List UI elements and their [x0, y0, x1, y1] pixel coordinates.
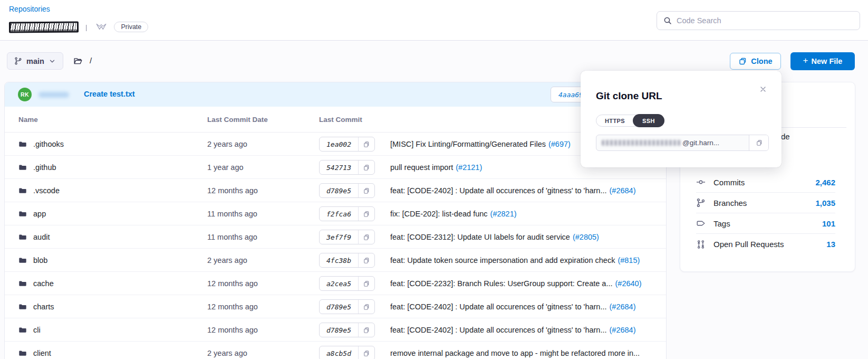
copy-sha-icon[interactable]: [358, 346, 374, 359]
commit-sha[interactable]: d789e5: [320, 323, 358, 337]
commit-sha[interactable]: a2cea5: [320, 277, 358, 290]
file-name[interactable]: cli: [33, 326, 41, 334]
stat-label: Branches: [713, 199, 807, 207]
table-row[interactable]: cli 12 months ago d789e5 feat: [CODE-240…: [5, 318, 666, 342]
stat-value[interactable]: 101: [822, 219, 835, 228]
git-branch-icon: [14, 57, 22, 65]
close-icon[interactable]: [759, 85, 767, 93]
file-name[interactable]: cache: [33, 279, 54, 288]
copy-sha-icon[interactable]: [358, 230, 374, 244]
file-name[interactable]: client: [33, 349, 51, 357]
commit-message: remove internal package and move to app …: [390, 349, 640, 357]
commit-sha-chip: d789e5: [319, 183, 375, 198]
folder-icon: [18, 186, 27, 195]
file-browser-card: RK Create test.txt 4aaa69 Name Last Comm…: [4, 82, 667, 359]
copy-sha-icon[interactable]: [358, 184, 374, 197]
pr-link[interactable]: (#815): [618, 256, 640, 264]
clone-url-suffix: @git.harn...: [682, 139, 719, 147]
commit-sha[interactable]: 3ef7f9: [320, 230, 358, 244]
pr-link[interactable]: (#2805): [573, 233, 599, 241]
stat-value[interactable]: 2,462: [815, 178, 835, 187]
repo-stat-row[interactable]: Open Pull Requests 13: [696, 234, 835, 254]
commit-message: feat: [CODE-2402] : Update all occurence…: [390, 326, 635, 334]
commit-message-text: feat: [CODE-2402] : Update all occurence…: [390, 186, 607, 195]
clone-button[interactable]: Clone: [730, 53, 781, 70]
table-row[interactable]: .github 1 year ago 542713 pull request i…: [5, 156, 666, 179]
commit-message: feat: [CODE-2402] : Update all occurence…: [390, 186, 635, 195]
file-table-header: Name Last Commit Date Last Commit: [5, 107, 666, 133]
commit-sha-chip: 542713: [319, 160, 375, 175]
copy-sha-icon[interactable]: [358, 207, 374, 221]
stat-label: Open Pull Requests: [713, 240, 818, 249]
stat-value[interactable]: 13: [826, 240, 835, 249]
copy-sha-icon[interactable]: [358, 277, 374, 290]
clone-url-field[interactable]: @git.harn...: [596, 135, 769, 151]
clone-icon: [738, 57, 747, 65]
path-root[interactable]: /: [90, 56, 92, 65]
stat-label: Tags: [713, 219, 814, 228]
table-row[interactable]: .githooks 2 years ago 1ea002 [MISC] Fix …: [5, 133, 666, 156]
table-row[interactable]: cache 12 months ago a2cea5 feat: [CODE-2…: [5, 272, 666, 295]
file-name[interactable]: audit: [33, 233, 50, 241]
folder-icon: [18, 140, 27, 148]
repo-name-redacted: [9, 21, 79, 33]
copy-sha-icon[interactable]: [358, 160, 374, 174]
table-row[interactable]: app 11 months ago f2fca6 fix: [CDE-202]:…: [5, 202, 666, 225]
last-commit-date: 1 year ago: [207, 163, 244, 172]
pr-link[interactable]: (#2684): [610, 186, 636, 195]
copy-url-icon[interactable]: [749, 135, 768, 150]
copy-sha-icon[interactable]: [358, 323, 374, 337]
pr-link[interactable]: (#2640): [615, 279, 642, 288]
file-name[interactable]: app: [33, 210, 46, 218]
toggle-option-ssh[interactable]: SSH: [633, 114, 664, 127]
commit-sha[interactable]: 542713: [320, 160, 358, 174]
commit-message: pull request import(#2121): [390, 163, 482, 172]
git-clone-popover: Git clone URL HTTPS SSH @git.harn...: [581, 71, 782, 167]
search-input[interactable]: [677, 16, 853, 25]
copy-sha-icon[interactable]: [358, 253, 374, 267]
commit-message-text: fix: [CDE-202]: list-dead func: [390, 210, 488, 218]
last-commit-date: 2 years ago: [207, 349, 247, 357]
table-row[interactable]: audit 11 months ago 3ef7f9 feat: [CODE-2…: [5, 225, 666, 249]
repo-stat-row[interactable]: Commits 2,462: [696, 172, 835, 193]
table-row[interactable]: .vscode 12 months ago d789e5 feat: [CODE…: [5, 179, 666, 202]
table-row[interactable]: charts 12 months ago d789e5 feat: [CODE-…: [5, 295, 666, 318]
folder-icon: [18, 349, 27, 357]
commit-sha[interactable]: a8cb5d: [320, 346, 358, 359]
stat-icon: [696, 219, 706, 228]
copy-sha-icon[interactable]: [358, 137, 374, 151]
pr-link[interactable]: (#2821): [490, 210, 517, 218]
commit-sha[interactable]: d789e5: [320, 300, 358, 314]
file-name[interactable]: .vscode: [33, 186, 60, 195]
repo-stats-list: Commits 2,462 Branches 1,035 Tags 101 Op…: [696, 172, 835, 254]
commit-sha[interactable]: d789e5: [320, 184, 358, 197]
table-row[interactable]: blob 2 years ago 4fc38b feat: Update tok…: [5, 249, 666, 272]
commit-sha-chip: a2cea5: [319, 276, 375, 291]
stat-value[interactable]: 1,035: [815, 199, 835, 207]
new-file-button[interactable]: + New File: [790, 52, 855, 70]
commit-sha[interactable]: f2fca6: [320, 207, 358, 221]
latest-commit-message-link[interactable]: Create test.txt: [84, 90, 135, 98]
repo-stat-row[interactable]: Tags 101: [696, 213, 835, 234]
commit-sha[interactable]: 1ea002: [320, 137, 358, 151]
pr-link[interactable]: (#2684): [610, 326, 636, 334]
commit-sha[interactable]: 4fc38b: [320, 253, 358, 267]
file-name[interactable]: .githooks: [33, 140, 64, 148]
table-row[interactable]: client 2 years ago a8cb5d remove interna…: [5, 342, 666, 359]
toggle-option-https[interactable]: HTTPS: [596, 118, 633, 124]
repo-stat-row[interactable]: Branches 1,035: [696, 193, 835, 213]
file-name[interactable]: charts: [33, 303, 54, 311]
pr-link[interactable]: (#2121): [456, 163, 482, 172]
commit-message-text: feat: Update token source impersonation …: [390, 256, 615, 264]
file-name[interactable]: .github: [33, 163, 56, 172]
breadcrumb-repositories[interactable]: Repositories: [9, 5, 50, 13]
pr-link[interactable]: (#2684): [610, 303, 636, 311]
pr-link[interactable]: (#697): [548, 140, 571, 148]
commit-sha-chip: 1ea002: [319, 137, 375, 152]
redaction-marks: |: [85, 23, 89, 31]
stat-icon: [696, 177, 706, 187]
branch-selector[interactable]: main: [7, 52, 63, 70]
file-name[interactable]: blob: [33, 256, 47, 264]
favorite-star-icon[interactable]: [95, 23, 107, 31]
copy-sha-icon[interactable]: [358, 300, 374, 314]
